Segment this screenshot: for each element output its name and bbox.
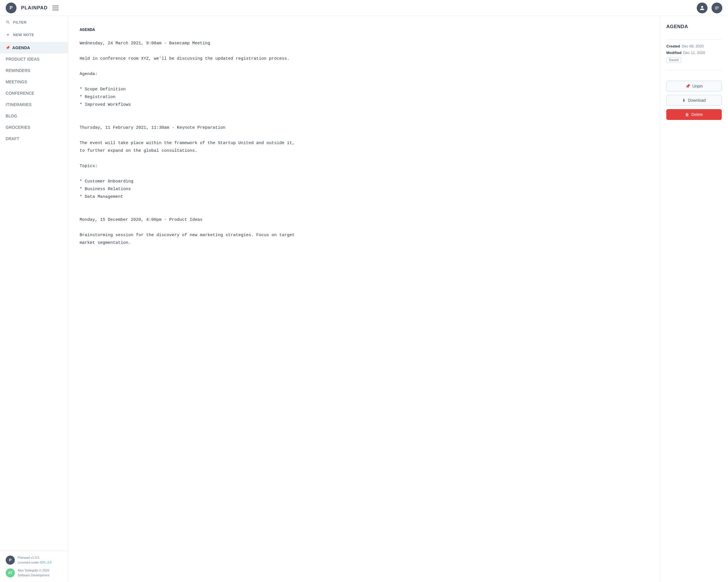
note-heading: AGENDA <box>80 26 296 34</box>
header-right <box>697 3 722 13</box>
footer-license: Licensed under GPL-3.0 <box>18 560 51 565</box>
unpin-button[interactable]: 📌 Unpin <box>666 81 722 91</box>
download-label: Download <box>688 98 705 103</box>
footer-app-text: Plainpad v1.0.0 Licensed under GPL-3.0 <box>18 555 51 565</box>
sidebar-top: FILTER NEW NOTE 📌 AGENDA PRODUCT IDEAS R… <box>0 16 68 551</box>
sidebar-item-label: ITINERARIES <box>6 102 31 107</box>
sidebar-item-conference[interactable]: CONFERENCE <box>0 87 68 99</box>
download-icon: ⬇ <box>682 98 686 103</box>
footer-app-info: P Plainpad v1.0.0 Licensed under GPL-3.0 <box>6 555 62 565</box>
sidebar-item-label: DRAFT <box>6 136 19 141</box>
sidebar-item-draft[interactable]: DRAFT <box>0 133 68 144</box>
app-logo: P <box>6 3 17 13</box>
note-content: AGENDA Wednesday, 24 March 2021, 9:00am … <box>80 26 296 247</box>
sidebar-item-reminders[interactable]: REMINDERS <box>0 65 68 76</box>
right-panel: AGENDA Created Dec 08, 2020 Modified Dec… <box>660 16 728 582</box>
author-role: Software Development <box>18 573 49 578</box>
notes-list-icon <box>714 5 720 10</box>
pin-icon: 📌 <box>685 84 690 88</box>
sidebar: FILTER NEW NOTE 📌 AGENDA PRODUCT IDEAS R… <box>0 16 68 582</box>
sidebar-item-label: GROCERIES <box>6 125 30 130</box>
created-value: Dec 08, 2020 <box>682 44 704 48</box>
status-badge: Saved <box>666 57 681 63</box>
footer-app-name: Plainpad v1.0.0 <box>18 555 51 560</box>
sidebar-item-label: REMINDERS <box>6 68 30 73</box>
footer-logo: P <box>6 556 15 565</box>
menu-toggle[interactable] <box>52 6 58 10</box>
sidebar-item-label: BLOG <box>6 114 17 118</box>
account-icon <box>700 5 705 10</box>
sidebar-item-label: AGENDA <box>12 46 30 50</box>
app-header: P PLAINPAD <box>0 0 728 16</box>
panel-divider-1 <box>666 39 722 39</box>
sidebar-item-groceries[interactable]: GROCERIES <box>0 121 68 133</box>
panel-title: AGENDA <box>666 24 722 30</box>
new-note-label: NEW NOTE <box>13 33 34 37</box>
panel-divider-2 <box>666 70 722 71</box>
saved-badge-container: Saved <box>666 57 722 63</box>
header-left: P PLAINPAD <box>6 3 58 13</box>
created-row: Created Dec 08, 2020 <box>666 44 722 48</box>
panel-actions: 📌 Unpin ⬇ Download 🗑 Delete <box>666 81 722 120</box>
download-button[interactable]: ⬇ Download <box>666 95 722 106</box>
author-avatar: AT <box>6 569 15 578</box>
sidebar-footer: P Plainpad v1.0.0 Licensed under GPL-3.0… <box>0 551 68 582</box>
footer-author-text: Alex Tselegidis © 2020 Software Developm… <box>18 568 49 578</box>
app-title: PLAINPAD <box>21 5 48 11</box>
delete-label: Delete <box>691 112 703 117</box>
notes-list-button[interactable] <box>711 3 722 13</box>
filter-action[interactable]: FILTER <box>0 16 68 28</box>
sidebar-nav: 📌 AGENDA PRODUCT IDEAS REMINDERS MEETING… <box>0 42 68 144</box>
modified-value: Dec 11, 2020 <box>683 51 705 55</box>
sidebar-item-product-ideas[interactable]: PRODUCT IDEAS <box>0 53 68 65</box>
sidebar-item-itineraries[interactable]: ITINERARIES <box>0 99 68 110</box>
delete-button[interactable]: 🗑 Delete <box>666 109 722 120</box>
main-layout: FILTER NEW NOTE 📌 AGENDA PRODUCT IDEAS R… <box>0 16 728 582</box>
note-editor[interactable]: AGENDA Wednesday, 24 March 2021, 9:00am … <box>68 16 660 582</box>
sidebar-item-meetings[interactable]: MEETINGS <box>0 76 68 87</box>
gpl-link[interactable]: GPL-3.0 <box>40 561 51 564</box>
modified-row: Modified Dec 11, 2020 <box>666 51 722 55</box>
add-icon <box>6 32 10 37</box>
sidebar-item-label: CONFERENCE <box>6 91 34 95</box>
unpin-label: Unpin <box>693 84 703 88</box>
panel-meta: Created Dec 08, 2020 Modified Dec 11, 20… <box>666 44 722 63</box>
author-copyright: Alex Tselegidis © 2020 <box>18 568 49 573</box>
filter-label: FILTER <box>13 20 27 24</box>
account-button[interactable] <box>697 3 707 13</box>
pin-icon: 📌 <box>6 46 10 50</box>
footer-author: AT Alex Tselegidis © 2020 Software Devel… <box>6 568 62 578</box>
sidebar-item-blog[interactable]: BLOG <box>0 110 68 121</box>
search-icon <box>6 20 10 24</box>
new-note-action[interactable]: NEW NOTE <box>0 28 68 41</box>
note-body: Wednesday, 24 March 2021, 9:00am - Basec… <box>80 39 296 247</box>
sidebar-item-label: MEETINGS <box>6 80 27 84</box>
modified-label: Modified <box>666 51 681 55</box>
trash-icon: 🗑 <box>685 112 689 117</box>
created-label: Created <box>666 44 680 48</box>
sidebar-item-agenda[interactable]: 📌 AGENDA <box>0 42 68 53</box>
sidebar-item-label: PRODUCT IDEAS <box>6 57 40 61</box>
